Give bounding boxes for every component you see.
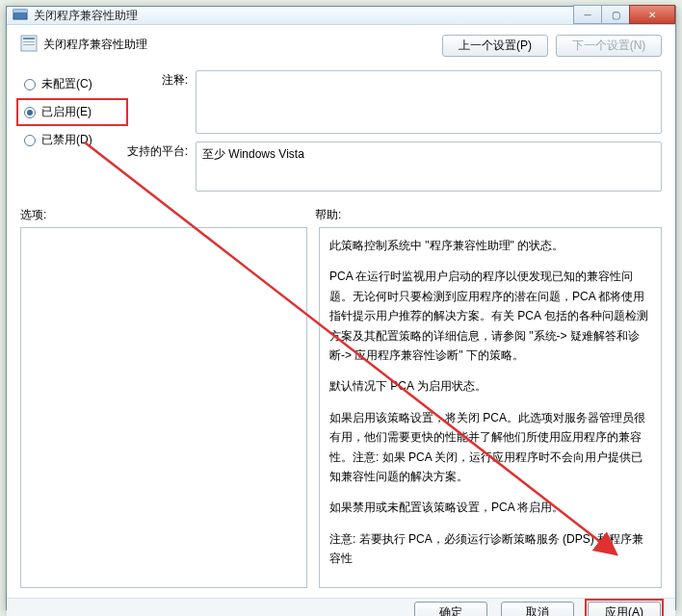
maximize-button[interactable]: ▢: [601, 5, 630, 24]
titlebar[interactable]: 关闭程序兼容性助理 ─ ▢ ✕: [7, 7, 675, 25]
platform-label: 支持的平台:: [126, 141, 196, 192]
help-section-label: 帮助:: [315, 207, 662, 223]
help-panel: 此策略控制系统中 "程序兼容性助理" 的状态。 PCA 在运行时监视用户启动的程…: [319, 227, 662, 588]
help-text: 注意: 若要执行 PCA，必须运行诊断策略服务 (DPS) 和程序兼容性: [329, 529, 651, 569]
minimize-button[interactable]: ─: [573, 5, 602, 24]
radio-label: 未配置(C): [41, 76, 92, 92]
help-text: 默认情况下 PCA 为启用状态。: [329, 376, 651, 396]
radio-enabled[interactable]: 已启用(E): [20, 98, 117, 126]
radio-label: 已禁用(D): [41, 132, 92, 148]
radio-group: 未配置(C) 已启用(E) 已禁用(D): [20, 70, 117, 199]
apply-button[interactable]: 应用(A): [588, 602, 661, 616]
prev-setting-button[interactable]: 上一个设置(P): [442, 35, 548, 57]
app-icon: [13, 8, 28, 23]
svg-rect-4: [23, 41, 35, 42]
radio-disabled[interactable]: 已禁用(D): [20, 126, 117, 154]
dialog-content: 关闭程序兼容性助理 上一个设置(P) 下一个设置(N) 未配置(C) 已启用(E…: [7, 25, 675, 598]
page-icon: [20, 35, 38, 52]
help-text: 如果启用该策略设置，将关闭 PCA。此选项对服务器管理员很有用，他们需要更快的性…: [329, 408, 651, 487]
page-title: 关闭程序兼容性助理: [43, 35, 442, 53]
next-setting-button: 下一个设置(N): [556, 35, 662, 57]
radio-icon: [24, 107, 36, 118]
svg-rect-1: [13, 10, 27, 13]
options-panel: [20, 227, 307, 588]
radio-label: 已启用(E): [41, 104, 92, 120]
comment-label: 注释:: [126, 70, 196, 134]
radio-not-configured[interactable]: 未配置(C): [20, 70, 117, 98]
options-section-label: 选项:: [20, 207, 315, 223]
platform-field: 至少 Windows Vista: [196, 141, 662, 192]
svg-rect-3: [23, 38, 35, 39]
comment-input[interactable]: [196, 70, 662, 134]
ok-button[interactable]: 确定: [414, 602, 487, 616]
dialog-footer: 确定 取消 应用(A): [7, 598, 675, 616]
close-button[interactable]: ✕: [629, 5, 675, 24]
dialog-window: 关闭程序兼容性助理 ─ ▢ ✕ 关闭程序兼容性助理 上一个设置(P) 下一个设置…: [6, 6, 676, 610]
help-text: 此策略控制系统中 "程序兼容性助理" 的状态。: [329, 236, 651, 255]
radio-icon: [24, 79, 36, 90]
radio-icon: [24, 135, 36, 146]
window-title: 关闭程序兼容性助理: [34, 8, 574, 24]
svg-rect-5: [23, 44, 35, 45]
help-text: 如果禁用或未配置该策略设置，PCA 将启用。: [329, 498, 651, 517]
help-text: PCA 在运行时监视用户启动的程序以便发现已知的兼容性问题。无论何时只要检测到应…: [329, 267, 651, 365]
cancel-button[interactable]: 取消: [501, 602, 574, 616]
